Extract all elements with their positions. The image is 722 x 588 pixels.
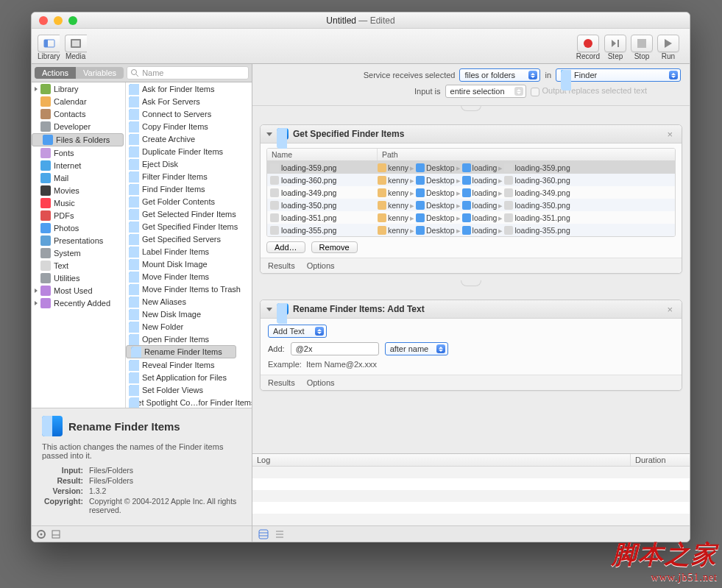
table-row[interactable]: loading-359.pngkenny▸Desktop▸loading▸loa…	[267, 161, 675, 174]
collapse-icon[interactable]	[51, 529, 61, 539]
file-table[interactable]: Name Path loading-359.pngkenny▸Desktop▸l…	[266, 148, 676, 237]
category-icon	[40, 261, 51, 271]
category-icon	[40, 210, 51, 221]
action-item[interactable]: Set Folder Views	[126, 383, 252, 396]
record-button[interactable]: Record	[576, 35, 600, 60]
run-button[interactable]: Run	[657, 35, 679, 60]
disclosure-icon[interactable]	[266, 308, 272, 311]
workflow-view-icon[interactable]	[258, 529, 269, 539]
category-fonts[interactable]: Fonts	[32, 146, 125, 159]
action-item[interactable]: Copy Finder Items	[126, 120, 252, 132]
action-item[interactable]: Open Finder Items	[126, 333, 252, 345]
action-item[interactable]: Connect to Servers	[126, 107, 252, 120]
table-row[interactable]: loading-351.pngkenny▸Desktop▸loading▸loa…	[267, 211, 675, 224]
file-icon	[504, 176, 513, 185]
position-select[interactable]: after name	[385, 342, 448, 355]
action-item[interactable]: Filter Finder Items	[126, 170, 252, 183]
search-input[interactable]: Name	[127, 66, 249, 79]
table-row[interactable]: loading-350.pngkenny▸Desktop▸loading▸loa…	[267, 199, 675, 211]
category-music[interactable]: Music	[32, 196, 125, 209]
category-contacts[interactable]: Contacts	[32, 107, 125, 120]
action-item[interactable]: Set Application for Files	[126, 371, 252, 383]
results-button[interactable]: Results	[268, 378, 295, 387]
step-button[interactable]: Step	[604, 35, 626, 60]
category-mail[interactable]: Mail	[32, 171, 125, 184]
home-icon	[378, 213, 386, 222]
action-item[interactable]: Create Archive	[126, 132, 252, 145]
library-button[interactable]: Library	[38, 35, 60, 60]
category-icon	[40, 185, 51, 196]
finder-icon	[129, 372, 139, 383]
options-button[interactable]: Options	[307, 261, 335, 270]
category-photos[interactable]: Photos	[32, 222, 125, 234]
gear-icon[interactable]	[36, 529, 46, 539]
action-item[interactable]: Ask For Servers	[126, 95, 252, 107]
category-files-folders[interactable]: Files & Folders	[32, 133, 124, 146]
log-col[interactable]: Log	[252, 454, 631, 466]
action-item[interactable]: Get Specified Servers	[126, 233, 252, 245]
add-text-input[interactable]	[291, 342, 379, 355]
service-app-select[interactable]: Finder	[556, 68, 681, 82]
action-item[interactable]: Find Finder Items	[126, 183, 252, 195]
options-button[interactable]: Options	[307, 378, 335, 387]
category-movies[interactable]: Movies	[32, 184, 125, 196]
action-item[interactable]: Reveal Finder Items	[126, 358, 252, 371]
action-item[interactable]: Mount Disk Image	[126, 258, 252, 270]
category-text[interactable]: Text	[32, 259, 125, 272]
col-path[interactable]: Path	[378, 149, 403, 160]
category-system[interactable]: System	[32, 247, 125, 259]
action-item[interactable]: New Disk Image	[126, 308, 252, 320]
action-item[interactable]: Set Spotlight Co…for Finder Items	[126, 396, 252, 408]
action-rename-finder-items: Rename Finder Items: Add Text × Add Text…	[260, 300, 682, 391]
close-action-icon[interactable]: ×	[664, 304, 676, 315]
category-recently-added[interactable]: Recently Added	[32, 297, 125, 309]
info-description: This action changes the names of the Fin…	[42, 442, 241, 460]
action-item[interactable]: Duplicate Finder Items	[126, 145, 252, 157]
category-presentations[interactable]: Presentations	[32, 234, 125, 247]
category-icon	[40, 148, 51, 158]
action-item[interactable]: Rename Finder Items	[126, 345, 236, 358]
action-item[interactable]: Move Finder Items to Trash	[126, 283, 252, 295]
action-item[interactable]: Ask for Finder Items	[126, 82, 252, 95]
action-item[interactable]: New Folder	[126, 320, 252, 333]
table-row[interactable]: loading-360.pngkenny▸Desktop▸loading▸loa…	[267, 174, 675, 186]
action-item[interactable]: New Aliases	[126, 295, 252, 308]
table-row[interactable]: loading-355.pngkenny▸Desktop▸loading▸loa…	[267, 224, 675, 236]
action-item[interactable]: Get Folder Contents	[126, 195, 252, 208]
category-list[interactable]: LibraryCalendarContactsDeveloperFiles & …	[32, 82, 126, 408]
action-list[interactable]: Ask for Finder ItemsAsk For ServersConne…	[126, 82, 252, 408]
finder-icon	[131, 347, 141, 357]
category-library[interactable]: Library	[32, 82, 125, 95]
file-icon	[504, 226, 513, 235]
rename-mode-select[interactable]: Add Text	[268, 325, 327, 338]
table-row[interactable]: loading-349.pngkenny▸Desktop▸loading▸loa…	[267, 186, 675, 199]
action-item[interactable]: Get Selected Finder Items	[126, 208, 252, 220]
file-icon	[504, 188, 513, 197]
tab-variables[interactable]: Variables	[76, 67, 124, 79]
close-action-icon[interactable]: ×	[664, 129, 676, 140]
input-is-select[interactable]: entire selection	[445, 85, 526, 98]
add-button[interactable]: Add…	[266, 241, 305, 253]
category-pdfs[interactable]: PDFs	[32, 209, 125, 222]
disclosure-icon[interactable]	[266, 132, 272, 136]
category-internet[interactable]: Internet	[32, 159, 125, 171]
category-most-used[interactable]: Most Used	[32, 284, 125, 297]
finder-icon	[129, 309, 139, 319]
action-item[interactable]: Get Specified Finder Items	[126, 220, 252, 233]
tab-actions[interactable]: Actions	[35, 67, 76, 79]
service-receives-select[interactable]: files or folders	[459, 68, 540, 82]
log-view-icon[interactable]	[275, 529, 285, 539]
duration-col[interactable]: Duration	[631, 454, 690, 466]
media-button[interactable]: Media	[65, 35, 87, 60]
category-utilities[interactable]: Utilities	[32, 272, 125, 284]
category-developer[interactable]: Developer	[32, 120, 125, 132]
col-name[interactable]: Name	[267, 149, 378, 160]
action-item[interactable]: Label Finder Items	[126, 245, 252, 258]
stop-button[interactable]: Stop	[631, 35, 653, 60]
action-item[interactable]: Eject Disk	[126, 157, 252, 170]
category-calendar[interactable]: Calendar	[32, 95, 125, 107]
remove-button[interactable]: Remove	[311, 241, 358, 253]
results-button[interactable]: Results	[268, 261, 295, 270]
action-item[interactable]: Move Finder Items	[126, 270, 252, 283]
workflow-canvas[interactable]: Get Specified Finder Items × Name Path l…	[252, 106, 690, 453]
